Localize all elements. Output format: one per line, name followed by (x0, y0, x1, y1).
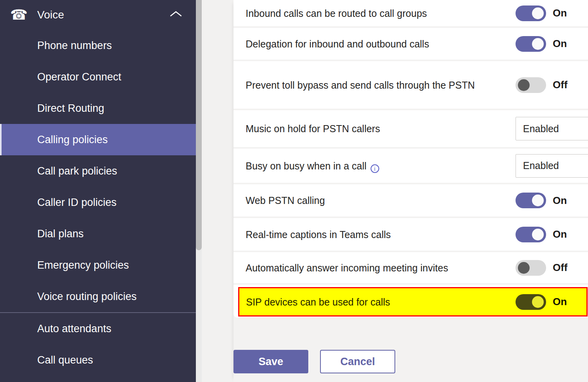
action-button-bar: Save Cancel (233, 350, 395, 373)
sidebar-item-label: Direct Routing (37, 102, 104, 115)
setting-label: Web PSTN calling (246, 193, 325, 208)
sidebar-item-label: Call queues (37, 354, 93, 366)
toggle-state-label: On (553, 195, 567, 207)
setting-label: SIP devices can be used for calls (246, 294, 390, 310)
setting-label: Busy on busy when in a calli (246, 158, 379, 174)
info-icon[interactable]: i (371, 164, 379, 173)
scrollbar-thumb[interactable] (196, 0, 202, 250)
sidebar-item-label: Caller ID policies (37, 196, 117, 209)
toggle-knob (532, 229, 544, 240)
setting-row-web-pstn-calling: Web PSTN calling On (233, 184, 588, 216)
toggle-state-label: Off (553, 79, 568, 91)
setting-row-delegation: Delegation for inbound and outbound call… (233, 28, 588, 60)
music-on-hold-dropdown[interactable]: Enabled (516, 117, 588, 140)
setting-row-real-time-captions: Real-time captions in Teams calls On (233, 218, 588, 251)
prevent-toll-bypass-toggle[interactable] (516, 77, 546, 93)
sidebar-item-dial-plans[interactable]: Dial plans (0, 218, 196, 249)
toggle-knob (532, 7, 544, 19)
sidebar-item-label: Phone numbers (37, 40, 112, 52)
sidebar-section-voice[interactable]: ☎ Voice (0, 0, 196, 30)
setting-row-busy-on-busy: Busy on busy when in a calli Enabled (233, 149, 588, 183)
setting-label: Real-time captions in Teams calls (246, 227, 391, 242)
sidebar-item-label: Dial plans (37, 228, 84, 240)
setting-row-sip-devices: SIP devices can be used for calls On (233, 285, 588, 318)
sidebar-item-call-queues[interactable]: Call queues (0, 344, 196, 376)
sidebar-item-phone-numbers[interactable]: Phone numbers (0, 30, 196, 61)
sidebar-item-call-park-policies[interactable]: Call park policies (0, 155, 196, 187)
sidebar-voice-nav: ☎ Voice Phone numbers Operator Connect D… (0, 0, 196, 382)
toggle-state-label: On (553, 296, 567, 308)
dropdown-selected-value: Enabled (523, 160, 559, 171)
sidebar-item-operator-connect[interactable]: Operator Connect (0, 61, 196, 93)
real-time-captions-toggle[interactable] (516, 227, 546, 242)
dropdown-selected-value: Enabled (523, 123, 559, 135)
sidebar-item-label: Emergency policies (37, 259, 129, 271)
sidebar-item-emergency-policies[interactable]: Emergency policies (0, 249, 196, 281)
auto-answer-invites-toggle[interactable] (516, 260, 546, 276)
setting-row-auto-answer-invites: Automatically answer incoming meeting in… (233, 252, 588, 283)
setting-row-music-on-hold: Music on hold for PSTN callers Enabled (233, 110, 588, 147)
sidebar-item-label: Call park policies (37, 165, 117, 177)
chevron-up-icon[interactable] (169, 10, 183, 20)
calling-policy-settings: Inbound calls can be routed to call grou… (233, 0, 588, 382)
sip-devices-toggle[interactable] (516, 294, 546, 310)
toggle-knob (518, 262, 530, 274)
sidebar-item-label: Operator Connect (37, 71, 121, 83)
toggle-knob (532, 296, 544, 308)
setting-row-prevent-toll-bypass: Prevent toll bypass and send calls throu… (233, 61, 588, 109)
setting-label: Inbound calls can be routed to call grou… (246, 5, 427, 21)
sidebar-section-label: Voice (37, 9, 64, 21)
sidebar-item-auto-attendants[interactable]: Auto attendants (0, 313, 196, 344)
toggle-knob (518, 79, 530, 91)
sidebar-item-calling-policies[interactable]: Calling policies (0, 124, 196, 155)
vertical-scrollbar[interactable] (196, 0, 202, 382)
sidebar-item-label: Auto attendants (37, 323, 111, 335)
toggle-state-label: Off (553, 262, 568, 274)
setting-label: Prevent toll bypass and send calls throu… (246, 77, 475, 93)
toggle-state-label: On (553, 228, 567, 240)
toggle-knob (532, 38, 544, 50)
sidebar-item-label: Voice routing policies (37, 291, 137, 303)
setting-row-inbound-call-groups: Inbound calls can be routed to call grou… (233, 0, 588, 26)
sidebar-item-direct-routing[interactable]: Direct Routing (0, 93, 196, 124)
web-pstn-calling-toggle[interactable] (516, 193, 546, 208)
sidebar-item-voice-routing-policies[interactable]: Voice routing policies (0, 281, 196, 312)
sip-devices-highlight-box: SIP devices can be used for calls On (238, 287, 588, 317)
delegation-toggle[interactable] (516, 36, 546, 52)
setting-label: Delegation for inbound and outbound call… (246, 36, 429, 52)
cancel-button[interactable]: Cancel (320, 350, 395, 373)
toggle-knob (532, 195, 544, 206)
sidebar-item-label: Calling policies (37, 134, 108, 146)
busy-on-busy-dropdown[interactable]: Enabled (516, 154, 588, 178)
toggle-state-label: On (553, 38, 567, 50)
setting-label-text: Busy on busy when in a call (246, 160, 367, 171)
toggle-state-label: On (553, 7, 567, 19)
inbound-call-groups-toggle[interactable] (516, 5, 546, 21)
setting-label: Automatically answer incoming meeting in… (246, 260, 448, 276)
setting-label: Music on hold for PSTN callers (246, 121, 380, 136)
phone-icon: ☎ (10, 8, 28, 22)
save-button[interactable]: Save (233, 350, 308, 373)
sidebar-item-caller-id-policies[interactable]: Caller ID policies (0, 187, 196, 218)
